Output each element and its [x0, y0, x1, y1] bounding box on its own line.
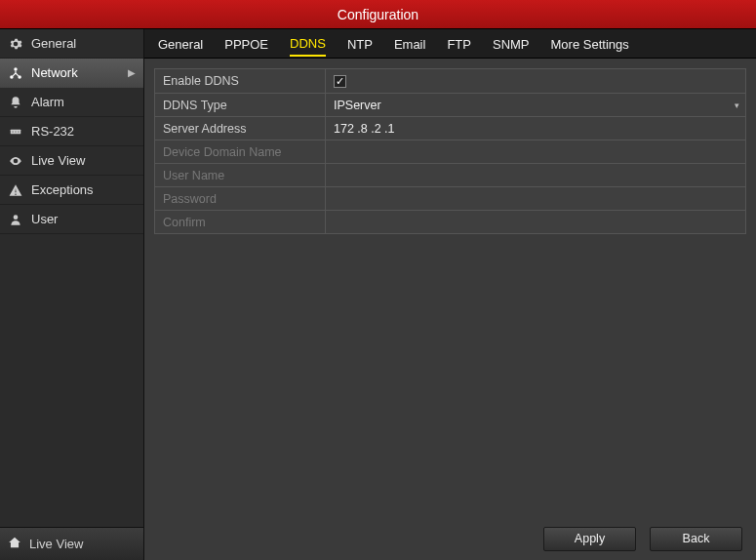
body: General Network ▶ Alarm RS-232 Live View [0, 29, 756, 560]
form-area: Enable DDNS ✓ DDNS Type IPServer ▾ Serve… [144, 59, 756, 517]
tab-ftp[interactable]: FTP [447, 31, 471, 56]
apply-button[interactable]: Apply [543, 527, 636, 551]
tab-snmp[interactable]: SNMP [493, 31, 530, 56]
sidebar: General Network ▶ Alarm RS-232 Live View [0, 29, 144, 560]
tab-ddns[interactable]: DDNS [290, 30, 326, 57]
footer: Apply Back [144, 517, 756, 560]
sidebar-item-label: General [31, 36, 76, 51]
sidebar-item-label: RS-232 [31, 124, 74, 139]
chevron-down-icon: ▾ [735, 100, 739, 110]
main-panel: General PPPOE DDNS NTP Email FTP SNMP Mo… [144, 29, 756, 560]
server-address-input[interactable] [334, 122, 737, 136]
home-icon [8, 536, 21, 552]
enable-ddns-label: Enable DDNS [155, 69, 326, 93]
user-name-label: User Name [155, 164, 326, 186]
tab-email[interactable]: Email [394, 31, 426, 56]
sidebar-items: General Network ▶ Alarm RS-232 Live View [0, 29, 143, 527]
tab-ntp[interactable]: NTP [347, 31, 373, 56]
sidebar-item-label: Network [31, 65, 78, 80]
device-domain-input [334, 145, 737, 159]
ddns-type-label: DDNS Type [155, 94, 326, 116]
network-icon [8, 65, 23, 81]
sidebar-item-label: User [31, 212, 58, 226]
chevron-right-icon: ▶ [128, 67, 136, 78]
port-icon [8, 124, 23, 140]
bell-icon [8, 95, 23, 110]
sidebar-item-label: Live View [31, 153, 85, 168]
device-domain-label: Device Domain Name [155, 140, 326, 163]
sidebar-item-label: Alarm [31, 95, 64, 109]
password-input [334, 192, 737, 206]
tab-more-settings[interactable]: More Settings [551, 31, 629, 56]
ddns-type-select[interactable]: IPServer ▾ [326, 94, 745, 116]
password-label: Password [155, 187, 326, 210]
svg-point-4 [13, 131, 14, 132]
confirm-input [334, 216, 737, 229]
gear-icon [8, 36, 23, 52]
sidebar-footer-label: Live View [29, 537, 83, 551]
titlebar: Configuration [0, 0, 756, 29]
tabbar: General PPPOE DDNS NTP Email FTP SNMP Mo… [144, 29, 756, 59]
sidebar-item-liveview[interactable]: Live View [0, 146, 143, 176]
confirm-label: Confirm [155, 211, 326, 233]
ddns-form: Enable DDNS ✓ DDNS Type IPServer ▾ Serve… [154, 68, 746, 234]
svg-point-0 [14, 67, 18, 71]
sidebar-item-alarm[interactable]: Alarm [0, 88, 143, 117]
sidebar-item-label: Exceptions [31, 182, 94, 197]
sidebar-item-general[interactable]: General [0, 29, 143, 59]
sidebar-item-user[interactable]: User [0, 205, 143, 234]
eye-icon [8, 153, 23, 169]
title: Configuration [338, 7, 418, 22]
enable-ddns-checkbox[interactable]: ✓ [334, 75, 346, 88]
tab-general[interactable]: General [158, 31, 203, 56]
svg-point-5 [15, 131, 16, 132]
ddns-type-value: IPServer [334, 99, 737, 112]
sidebar-item-network[interactable]: Network ▶ [0, 59, 143, 88]
svg-point-7 [14, 215, 19, 220]
user-name-input [334, 169, 737, 182]
sidebar-footer-liveview[interactable]: Live View [0, 527, 143, 560]
warning-icon [8, 182, 23, 198]
tab-pppoe[interactable]: PPPOE [224, 31, 268, 56]
user-icon [8, 212, 23, 227]
svg-point-6 [18, 131, 19, 132]
sidebar-item-exceptions[interactable]: Exceptions [0, 176, 143, 205]
sidebar-item-rs232[interactable]: RS-232 [0, 117, 143, 146]
server-address-label: Server Address [155, 117, 326, 140]
back-button[interactable]: Back [650, 527, 742, 551]
